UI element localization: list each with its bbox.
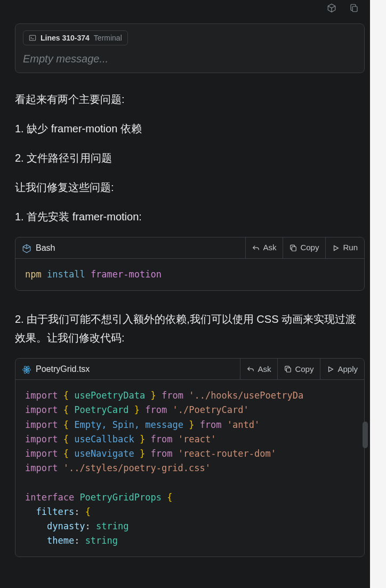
reply-icon: [252, 244, 260, 252]
button-label: Copy: [300, 241, 319, 255]
panel-toolbar: [3, 0, 369, 16]
apply-button[interactable]: Apply: [320, 359, 364, 379]
cube-icon[interactable]: [326, 3, 337, 13]
code-block-title-text: Bash: [36, 241, 55, 256]
response-line: 2. 文件路径引用问题: [15, 149, 365, 168]
chat-panel: Lines 310-374 Terminal Empty message... …: [3, 0, 369, 588]
copy-button[interactable]: Copy: [277, 359, 320, 379]
response-line: 1. 缺少 framer-motion 依赖: [15, 120, 365, 138]
response-line: 看起来有两个主要问题:: [15, 90, 365, 109]
react-icon: [22, 364, 31, 374]
assistant-response: 看起来有两个主要问题: 1. 缺少 framer-motion 依赖 2. 文件…: [15, 90, 365, 557]
window-right-gutter: [370, 0, 386, 588]
bash-icon: [22, 243, 31, 253]
svg-rect-1: [29, 35, 35, 41]
tsx-code-block: PoetryGrid.tsx Ask Copy: [15, 358, 365, 557]
code-block-title: Bash: [22, 241, 245, 256]
code-block-header: PoetryGrid.tsx Ask Copy: [15, 359, 364, 380]
terminal-icon: [29, 34, 36, 42]
button-label: Apply: [337, 362, 358, 376]
context-chip[interactable]: Lines 310-374 Terminal: [23, 30, 128, 45]
svg-rect-7: [287, 368, 291, 372]
copy-icon[interactable]: [349, 3, 359, 13]
ask-button[interactable]: Ask: [240, 359, 277, 379]
context-chip-source: Terminal: [94, 34, 122, 42]
button-label: Copy: [295, 362, 313, 376]
button-label: Run: [343, 241, 358, 255]
scrollbar-thumb[interactable]: [363, 422, 368, 448]
svg-rect-0: [352, 6, 357, 12]
response-line: 1. 首先安装 framer-motion:: [15, 208, 365, 226]
copy-icon: [290, 244, 297, 252]
code-block-title: PoetryGrid.tsx: [22, 362, 240, 377]
code-block-body: import { usePoetryData } from '../hooks/…: [15, 380, 364, 557]
response-line: 2. 由于我们可能不想引入额外的依赖,我们可以使用 CSS 动画来实现过渡效果。…: [15, 310, 365, 347]
button-label: Ask: [263, 241, 276, 255]
svg-rect-2: [292, 247, 296, 251]
play-icon: [327, 365, 334, 373]
run-button[interactable]: Run: [325, 237, 364, 258]
code-block-header: Bash Ask Copy: [15, 237, 364, 259]
ask-button[interactable]: Ask: [245, 237, 283, 258]
context-chip-label: Lines 310-374: [41, 34, 90, 42]
response-line: 让我们修复这些问题:: [15, 178, 365, 197]
chat-input-box[interactable]: Lines 310-374 Terminal Empty message...: [15, 23, 365, 73]
play-icon: [332, 244, 340, 252]
button-label: Ask: [258, 362, 271, 376]
bash-code-block: Bash Ask Copy: [15, 237, 365, 291]
chat-input-placeholder[interactable]: Empty message...: [23, 53, 357, 65]
svg-point-3: [26, 369, 28, 370]
code-block-body: npm install framer-motion: [15, 259, 364, 290]
copy-icon: [284, 365, 292, 373]
code-block-title-text: PoetryGrid.tsx: [36, 362, 90, 377]
copy-button[interactable]: Copy: [283, 237, 325, 258]
reply-icon: [247, 365, 254, 373]
